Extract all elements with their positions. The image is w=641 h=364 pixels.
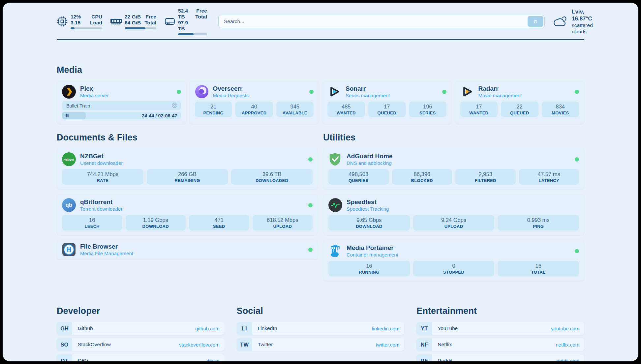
stat-label: WANTED [469,110,488,116]
stat-value: 17 [384,103,390,110]
stat-label: QUERIES [349,178,369,183]
cpu-stat-widget: 12% 3.15 CPU Load [57,14,102,29]
nzbget-logo-icon: nzbget [62,152,76,166]
stat-box: 266 GB REMAINING [147,169,228,185]
stat-box: 9.24 Gbps UPLOAD [413,215,495,230]
bookmark-url: stackoverflow.com [179,342,220,348]
app-title: File Browser [80,243,133,250]
stat-value: 40 [251,103,257,110]
ram-total-value: 64 GiB [125,20,141,26]
app-title: AdGuard Home [347,153,392,160]
stat-value: 618.52 Mbps [267,217,298,224]
stat-box: 618.52 Mbps UPLOAD [253,215,313,230]
now-playing-time: 24:44 / 02:06:47 [142,113,181,118]
app-subtitle: Usenet downloader [80,160,123,166]
app-title: Sonarr [346,85,390,92]
stat-label: AVAILABLE [283,110,307,116]
app-card-adguard[interactable]: AdGuard Home DNS and adblocking 498,508 … [323,148,584,189]
stat-box: 1.19 Gbps DOWNLOAD [126,215,186,230]
stat-value: 266 GB [178,171,197,178]
ram-total-label: Total [144,20,156,26]
weather-location: Lviv, 16.87°C [572,8,593,22]
bookmark-name: Twitter [258,342,273,348]
status-dot [308,157,313,162]
bookmark-name: Netflix [438,342,452,348]
app-card-radarr[interactable]: Radarr Movie management 17 WANTED 22 QUE… [455,80,585,124]
bookmark-linkedin[interactable]: LI LinkedIn linkedin.com [237,322,405,335]
memory-stat-widget: 22 GiB 64 GiB Free Total [110,14,156,29]
app-title: Media Portainer [347,244,398,252]
status-dot [309,90,314,94]
app-card-sonarr[interactable]: Sonarr Series management 485 WANTED 17 Q… [322,80,452,124]
stat-label: UPLOAD [444,224,463,229]
stat-box: 16 TOTAL [498,261,579,276]
now-playing-progress: 24:44 / 02:06:47 [62,112,181,119]
bookmark-name: DEV [78,358,88,361]
plex-logo-icon [62,85,76,99]
stat-value: 0.993 ms [527,217,550,224]
search-engine-button[interactable]: G [528,16,543,27]
stat-label: SERIES [419,110,436,116]
bookmark-dev[interactable]: DT DEV dev.to [57,354,225,361]
bookmark-github[interactable]: GH Github github.com [57,322,225,335]
bookmark-twitter[interactable]: TW Twitter twitter.com [237,338,405,351]
stat-box: 498,508 QUERIES [328,169,389,185]
stat-label: PENDING [203,110,224,116]
stat-box: 471 SEED [189,215,249,230]
bookmark-abbr: GH [57,322,72,335]
app-card-qbittorrent[interactable]: qb qBittorrent Torrent downloader 16 LEE… [57,194,318,235]
overseerr-logo-icon [195,85,209,99]
stat-value: 1.19 Gbps [143,217,168,224]
section-documents: Documents & Files nzbget NZBGet Usenet d… [57,133,318,264]
stat-label: STOPPED [443,269,464,275]
stat-value: 21 [210,103,216,110]
sonarr-logo-icon [327,85,341,99]
bookmark-url: dev.to [206,358,220,362]
stat-value: 471 [214,217,224,224]
bookmark-abbr: NF [416,338,432,351]
app-card-speedtest[interactable]: Speedtest Speedtest Tracking 9.65 Gbps D… [323,194,584,235]
status-dot [575,157,579,162]
cpu-load-label: Load [90,20,102,26]
stat-box: 945 AVAILABLE [276,102,314,117]
section-developer: Developer GH Github github.com SO StackO… [57,306,225,361]
bookmark-netflix[interactable]: NF Netflix netflix.com [416,338,584,351]
stat-value: 16 [89,217,95,224]
stat-box: 39.6 TB DOWNLOADED [231,169,313,185]
app-card-overseerr[interactable]: Overseerr Media Requests 21 PENDING 40 A… [190,80,319,124]
stat-value: 17 [476,103,482,110]
stat-value: 9.24 Gbps [441,217,466,224]
stat-value: 16 [366,262,372,269]
stat-box: 834 MOVIES [542,102,579,117]
stat-label: LEECH [84,224,100,229]
disk-stat-widget: 52.4 TB 97.9 TB Free Total [164,8,207,35]
search-input[interactable] [218,15,545,28]
disk-free-value: 52.4 TB [178,8,195,20]
app-card-portainer[interactable]: Media Portainer Container management 16 … [323,240,584,281]
cpu-progress-bar [71,27,102,29]
status-dot [442,90,446,94]
stat-label: QUEUED [378,110,396,116]
bookmark-youtube[interactable]: YT YouTube youtube.com [416,322,584,335]
app-card-plex[interactable]: Plex Media server Bullet Train [57,80,186,124]
stat-label: RUNNING [359,269,380,275]
app-card-filebrowser[interactable]: File Browser Media File Management [57,240,318,259]
bookmark-url: github.com [195,326,219,331]
bookmark-reddit[interactable]: RE Reddit reddit.com [416,354,584,361]
dashboard-screen: 12% 3.15 CPU Load [3,3,638,361]
stat-label: BLOCKED [411,178,433,183]
app-subtitle: Media File Management [80,250,133,257]
stat-value: 744.21 Mbps [87,171,118,178]
section-title-entertainment: Entertainment [416,306,584,316]
bookmark-url: netflix.com [556,342,579,348]
stat-box: 485 WANTED [327,102,365,117]
stat-value: 9.65 Gbps [356,217,382,224]
section-utilities: Utilities AdGuard Home DNS and adblockin… [323,133,584,286]
bookmark-stackoverflow[interactable]: SO StackOverflow stackoverflow.com [57,338,225,351]
stat-label: FILTERED [475,178,496,183]
app-card-nzbget[interactable]: nzbget NZBGet Usenet downloader 744.21 M… [57,148,318,189]
ram-free-label: Free [145,14,156,20]
disk-total-label: Total [195,14,207,20]
section-title-social: Social [237,306,405,316]
weather-widget: Lviv, 16.87°C scattered clouds [553,8,593,35]
